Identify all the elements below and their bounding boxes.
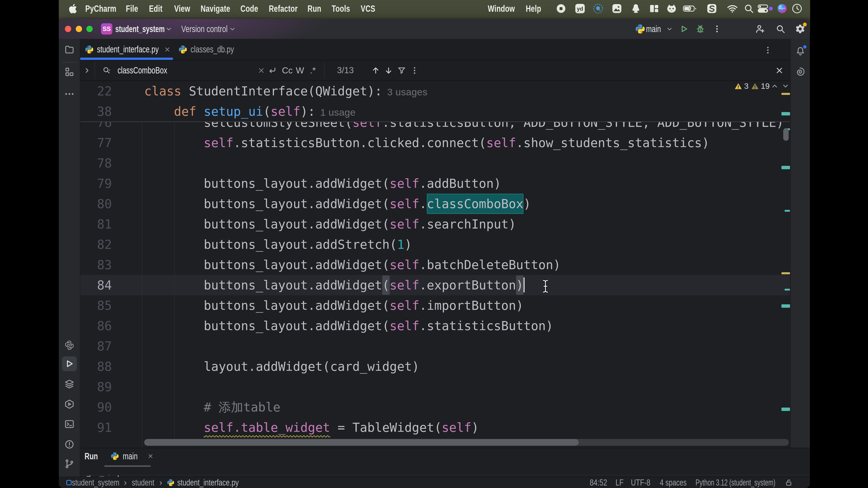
surge-icon[interactable]	[706, 3, 717, 14]
tab-student-interface[interactable]: student_interface.py	[80, 39, 170, 60]
line-number[interactable]: 22	[80, 81, 112, 101]
stripe-match-mark[interactable]	[781, 408, 790, 411]
python-packages-icon[interactable]	[64, 340, 74, 350]
line-number[interactable]: 80	[80, 194, 112, 214]
stripe-match-mark[interactable]	[781, 166, 790, 169]
next-problem-chevron-icon[interactable]	[782, 82, 789, 90]
debug-button[interactable]	[695, 24, 705, 34]
line-number[interactable]: 84	[80, 275, 112, 295]
clear-search-icon[interactable]	[257, 67, 265, 74]
line-number[interactable]: 81	[80, 214, 112, 234]
menu-run[interactable]: Run	[308, 0, 321, 17]
regex-toggle[interactable]: .*	[310, 66, 316, 75]
line-number[interactable]: 82	[80, 234, 112, 255]
zoom-window-button[interactable]	[86, 26, 93, 32]
notifications-bell-icon[interactable]	[795, 46, 806, 57]
code-with-me-user-icon[interactable]	[755, 24, 765, 34]
file-encoding[interactable]: UTF-8	[631, 477, 650, 488]
screen-record-icon[interactable]	[592, 3, 604, 14]
tab-classes-db[interactable]: classes_db.py	[174, 39, 234, 60]
menu-refactor[interactable]: Refactor	[269, 0, 298, 17]
services-layers-icon[interactable]	[64, 379, 74, 389]
search-options-kebab-icon[interactable]	[410, 66, 419, 75]
wifi-icon[interactable]	[726, 3, 738, 14]
line-number[interactable]: 90	[80, 397, 112, 417]
match-case-toggle[interactable]: Cc	[282, 66, 293, 75]
line-number[interactable]: 91	[80, 417, 112, 437]
clock-icon[interactable]	[792, 3, 802, 14]
line-number[interactable]: 85	[80, 295, 112, 316]
terminal-icon[interactable]	[64, 419, 74, 429]
newline-icon[interactable]	[268, 66, 277, 75]
words-toggle[interactable]: W	[296, 66, 304, 75]
photos-icon[interactable]	[611, 3, 622, 14]
siri-icon[interactable]	[777, 3, 787, 14]
line-number[interactable]: 83	[80, 255, 112, 275]
breadcrumb-folder[interactable]: student	[132, 477, 154, 488]
menu-navigate[interactable]: Navigate	[200, 0, 230, 17]
git-branch-icon[interactable]	[64, 459, 74, 469]
breadcrumb-project[interactable]: student_system	[72, 477, 119, 488]
run-tool-window-title[interactable]: Run	[85, 448, 102, 464]
search-input[interactable]: classComboBox	[118, 60, 183, 80]
line-number[interactable]: 38	[80, 101, 112, 122]
menu-edit[interactable]: Edit	[149, 0, 162, 17]
menu-vcs[interactable]: VCS	[361, 0, 375, 17]
control-center-icon[interactable]	[757, 3, 769, 14]
indent-style[interactable]: 4 spaces	[660, 477, 687, 488]
line-number[interactable]: 87	[80, 336, 112, 356]
project-name[interactable]: student_system	[115, 19, 186, 39]
python-interpreter[interactable]: Python 3.12 (student_system)	[695, 477, 775, 488]
stripe-match-mark[interactable]	[784, 289, 790, 291]
close-tab-icon[interactable]	[164, 46, 170, 53]
search-everywhere-icon[interactable]	[775, 24, 786, 34]
inspections-widget[interactable]: 3 19	[734, 81, 790, 91]
usages-inlay[interactable]: 1 usage	[315, 107, 356, 118]
close-find-bar-icon[interactable]	[775, 66, 784, 75]
menu-tools[interactable]: Tools	[332, 0, 350, 17]
menu-window[interactable]: Window	[488, 0, 515, 17]
menu-view[interactable]: View	[174, 0, 190, 17]
tab-options-kebab-icon[interactable]	[763, 46, 772, 55]
python-console-icon[interactable]	[64, 399, 74, 410]
youdao-icon[interactable]: yd	[575, 3, 586, 14]
stripe-match-mark[interactable]	[784, 210, 790, 212]
breadcrumb-file[interactable]: student_interface.py	[177, 477, 239, 488]
line-number[interactable]: 86	[80, 316, 112, 336]
line-number[interactable]: 78	[80, 153, 112, 173]
battery-icon[interactable]	[683, 3, 697, 14]
project-badge[interactable]: SS	[101, 23, 112, 35]
spotlight-icon[interactable]	[744, 3, 754, 14]
close-window-button[interactable]	[65, 26, 71, 32]
menu-code[interactable]: Code	[241, 0, 258, 17]
prev-problem-chevron-icon[interactable]	[771, 82, 778, 90]
rerun-icon[interactable]	[84, 475, 93, 477]
menu-file[interactable]: File	[126, 0, 138, 17]
menu-pycharm[interactable]: PyCharm	[85, 0, 116, 17]
close-run-tab-icon[interactable]	[147, 453, 154, 459]
tool-window-square-icon[interactable]	[66, 477, 72, 488]
record-icon[interactable]	[556, 3, 566, 14]
stripe-warning-mark[interactable]	[781, 93, 790, 95]
project-folder-icon[interactable]	[64, 44, 74, 55]
run-options-kebab-icon[interactable]	[114, 475, 122, 477]
minimize-window-button[interactable]	[76, 26, 82, 32]
line-number[interactable]: 79	[80, 173, 112, 194]
line-separator[interactable]: LF	[616, 477, 623, 488]
horizontal-scrollbar-thumb[interactable]	[144, 439, 579, 446]
stripe-match-mark[interactable]	[781, 304, 790, 308]
ai-assistant-icon[interactable]	[795, 66, 806, 77]
line-number[interactable]: 88	[80, 356, 112, 377]
line-number[interactable]: 77	[80, 133, 112, 153]
run-tab-main[interactable]: main	[111, 448, 154, 464]
structure-icon[interactable]	[64, 67, 74, 77]
cat-icon[interactable]	[666, 3, 677, 14]
usages-inlay[interactable]: 3 usages	[382, 87, 428, 97]
stripe-match-mark[interactable]	[781, 112, 790, 116]
window-manager-icon[interactable]	[649, 3, 659, 14]
previous-occurrence-icon[interactable]	[371, 66, 380, 75]
expand-replace-chevron-icon[interactable]	[83, 67, 91, 74]
run-button[interactable]	[679, 24, 689, 34]
next-occurrence-icon[interactable]	[384, 66, 393, 75]
search-history-icon[interactable]	[102, 66, 112, 75]
